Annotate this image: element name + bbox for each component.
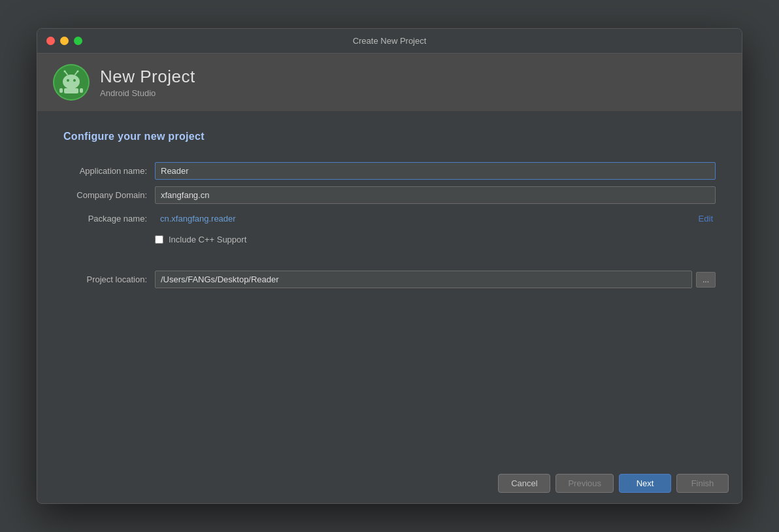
maximize-button[interactable] bbox=[74, 37, 82, 45]
package-name-label: Package name: bbox=[63, 214, 155, 224]
cancel-button[interactable]: Cancel bbox=[498, 474, 550, 493]
svg-point-2 bbox=[63, 75, 80, 89]
cpp-support-checkbox[interactable] bbox=[155, 235, 163, 244]
main-window: Create New Project New Project Android S… bbox=[37, 28, 742, 504]
svg-point-3 bbox=[67, 79, 69, 82]
svg-rect-11 bbox=[80, 88, 83, 93]
window-title: Create New Project bbox=[353, 36, 427, 46]
cpp-support-label: Include C++ Support bbox=[169, 235, 246, 244]
application-name-label: Application name: bbox=[63, 166, 155, 176]
header-title: New Project bbox=[100, 67, 195, 87]
company-domain-row: Company Domain: bbox=[63, 186, 716, 204]
cpp-support-row: Include C++ Support bbox=[155, 235, 716, 244]
close-button[interactable] bbox=[46, 37, 55, 45]
header-subtitle: Android Studio bbox=[100, 88, 195, 98]
form-area: Application name: Company Domain: Packag… bbox=[63, 162, 716, 244]
header-text: New Project Android Studio bbox=[100, 67, 195, 98]
svg-rect-10 bbox=[59, 88, 63, 93]
application-name-input[interactable] bbox=[155, 162, 716, 180]
title-bar: Create New Project bbox=[37, 29, 742, 54]
content-area: Configure your new project Application n… bbox=[37, 111, 742, 463]
svg-point-4 bbox=[73, 79, 76, 82]
project-location-section: Project location: ... bbox=[63, 271, 716, 295]
project-location-input[interactable] bbox=[155, 271, 692, 288]
company-domain-input[interactable] bbox=[155, 186, 716, 204]
android-studio-icon bbox=[53, 64, 90, 101]
svg-point-7 bbox=[64, 71, 66, 73]
browse-button[interactable]: ... bbox=[696, 272, 716, 288]
finish-button[interactable]: Finish bbox=[676, 474, 729, 493]
package-name-row: Package name: cn.xfangfang.reader Edit bbox=[63, 210, 716, 227]
svg-rect-9 bbox=[64, 88, 78, 93]
window-controls bbox=[46, 37, 82, 45]
header: New Project Android Studio bbox=[37, 54, 742, 111]
next-button[interactable]: Next bbox=[619, 474, 671, 493]
project-location-row: Project location: ... bbox=[63, 271, 716, 288]
minimize-button[interactable] bbox=[60, 37, 69, 45]
location-input-wrapper: ... bbox=[155, 271, 716, 288]
company-domain-label: Company Domain: bbox=[63, 190, 155, 200]
package-name-value: cn.xfangfang.reader bbox=[155, 210, 699, 227]
svg-point-8 bbox=[77, 71, 79, 73]
footer: Cancel Previous Next Finish bbox=[37, 463, 742, 503]
edit-package-link[interactable]: Edit bbox=[699, 214, 716, 224]
section-title: Configure your new project bbox=[63, 131, 716, 142]
project-location-label: Project location: bbox=[63, 274, 155, 284]
application-name-row: Application name: bbox=[63, 162, 716, 180]
previous-button[interactable]: Previous bbox=[555, 474, 614, 493]
